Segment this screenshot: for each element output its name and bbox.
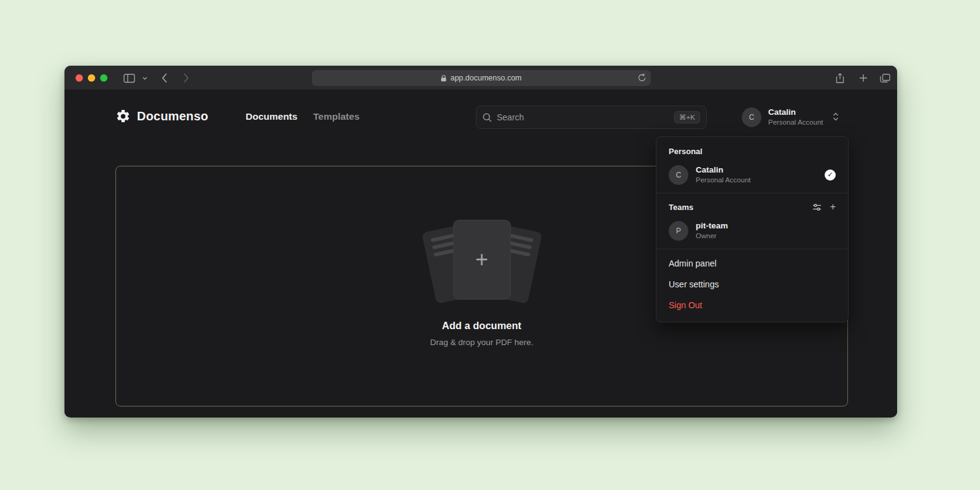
selected-check-icon: ✓: [825, 169, 836, 181]
nav-documents[interactable]: Documents: [246, 111, 297, 122]
dropzone-subtitle: Drag & drop your PDF here.: [116, 338, 847, 347]
search-shortcut-badge: ⌘+K: [674, 111, 700, 124]
lock-icon: [441, 75, 446, 82]
menu-item-sign-out[interactable]: Sign Out: [656, 295, 848, 316]
menu-divider: [656, 249, 848, 249]
desktop-background: app.documenso.com: [0, 0, 980, 490]
personal-avatar: C: [669, 165, 688, 185]
account-menu-button[interactable]: C Catalin Personal Account: [742, 107, 839, 127]
document-card-add: +: [454, 220, 510, 299]
search-icon: [483, 113, 492, 122]
browser-window: app.documenso.com: [64, 66, 897, 418]
menu-divider: [656, 193, 848, 193]
team-role: Owner: [696, 231, 728, 241]
chevron-up-down-icon: [833, 112, 839, 122]
brand[interactable]: Documenso: [115, 109, 208, 124]
manage-teams-icon[interactable]: [812, 203, 822, 211]
search-input[interactable]: [497, 112, 674, 122]
menu-item-user-settings[interactable]: User settings: [656, 274, 848, 295]
search-box[interactable]: ⌘+K: [476, 106, 707, 129]
browser-toolbar: app.documenso.com: [64, 66, 897, 90]
team-name: pit-team: [696, 220, 728, 231]
address-bar[interactable]: app.documenso.com: [312, 70, 651, 86]
nav-templates[interactable]: Templates: [313, 111, 360, 122]
app-page: Documenso Documents Templates ⌘+K C Cata…: [64, 90, 897, 417]
account-dropdown-menu: Personal C Catalin Personal Account ✓ Te…: [656, 136, 849, 322]
tab-overview-icon[interactable]: [876, 66, 893, 90]
forward-button-icon[interactable]: [179, 66, 193, 90]
window-controls: [76, 74, 107, 82]
address-url: app.documenso.com: [450, 74, 521, 82]
personal-subtitle: Personal Account: [696, 176, 751, 185]
sidebar-toggle-icon[interactable]: [121, 66, 137, 90]
menu-item-personal-account[interactable]: C Catalin Personal Account ✓: [656, 160, 848, 189]
team-avatar: P: [669, 221, 688, 241]
documenso-logo-icon: [115, 109, 131, 124]
back-button-icon[interactable]: [158, 66, 171, 90]
account-avatar: C: [742, 107, 761, 127]
sidebar-chevron-down-icon[interactable]: [141, 66, 149, 90]
zoom-window-button[interactable]: [100, 74, 107, 82]
close-window-button[interactable]: [76, 74, 83, 82]
menu-item-admin-panel[interactable]: Admin panel: [656, 253, 848, 274]
brand-name: Documenso: [137, 109, 208, 123]
account-name: Catalin: [768, 107, 823, 118]
teams-label: Teams: [669, 203, 693, 212]
add-team-plus-icon[interactable]: +: [830, 202, 836, 212]
personal-name: Catalin: [696, 165, 751, 176]
account-subtitle: Personal Account: [768, 118, 823, 128]
share-icon[interactable]: [832, 66, 848, 90]
menu-section-teams: Teams +: [656, 197, 848, 216]
add-document-plus-icon: +: [475, 249, 488, 271]
menu-item-team-pit-team[interactable]: P pit-team Owner: [656, 216, 848, 245]
menu-section-personal: Personal: [656, 142, 848, 160]
new-tab-plus-icon[interactable]: [855, 66, 871, 90]
document-stack-illustration: +: [418, 217, 546, 309]
minimize-window-button[interactable]: [88, 74, 95, 82]
reload-icon[interactable]: [638, 73, 646, 84]
